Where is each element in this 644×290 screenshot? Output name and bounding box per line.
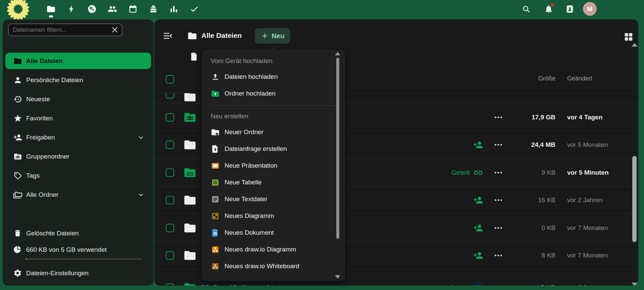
row-checkbox[interactable] xyxy=(166,251,174,260)
user-avatar[interactable]: M xyxy=(583,2,597,16)
menu-section-label: Vom Gerät hochladen xyxy=(202,54,345,68)
folder-multiple-icon xyxy=(13,190,22,199)
nextcloud-app: M Alle DateienPersönliche DateienNeueste… xyxy=(0,0,644,290)
file-size: 16 KB xyxy=(493,196,555,204)
menu-item-folder-upload[interactable]: Ordner hochladen xyxy=(202,85,345,102)
sidebar-item-geloeschte-dateien[interactable]: Gelöschte Dateien xyxy=(3,224,154,243)
sidebar-item-freigaben[interactable]: Freigaben xyxy=(3,128,154,147)
sidebar-item-gruppenordner[interactable]: Gruppenordner xyxy=(3,147,154,166)
app-activity-icon[interactable] xyxy=(67,4,76,14)
share-indicator[interactable]: GeteiltNC xyxy=(449,282,483,286)
sidebar-item-alle-dateien[interactable]: Alle Dateien xyxy=(5,53,151,69)
share-person-icon[interactable] xyxy=(473,195,483,205)
file-size: 9 KB xyxy=(493,169,555,176)
app-passwords-icon[interactable] xyxy=(87,4,97,14)
chart-pie-icon xyxy=(13,245,22,254)
star-icon xyxy=(13,114,22,123)
menu-item-text-file[interactable]: Neue Textdatei xyxy=(202,191,345,208)
scrollbar-thumb[interactable] xyxy=(632,156,637,242)
menu-item-upload[interactable]: Dateien hochladen xyxy=(202,68,345,85)
file-modified: vor 2 Jahren xyxy=(567,196,638,204)
row-checkbox[interactable] xyxy=(166,93,174,99)
menu-item-label: Dateianfrage erstellen xyxy=(225,145,287,153)
sunflower-logo[interactable] xyxy=(7,0,30,20)
sidebar-item-label: Persönliche Dateien xyxy=(26,76,83,84)
row-checkbox[interactable] xyxy=(166,168,174,177)
sharee-avatar[interactable]: NC xyxy=(471,282,483,286)
chevron-down-icon[interactable] xyxy=(137,191,145,199)
app-calendar-icon[interactable] xyxy=(128,4,138,14)
menu-item-document[interactable]: Neues Dokument xyxy=(202,224,345,241)
folder-icon xyxy=(183,249,197,262)
app-contacts-icon[interactable] xyxy=(108,4,117,14)
row-checkbox[interactable] xyxy=(166,113,174,121)
menu-item-diagram[interactable]: Neues Diagramm xyxy=(202,208,345,224)
diagram-icon xyxy=(211,212,220,221)
top-bar: M xyxy=(0,0,644,18)
presentation-icon xyxy=(211,161,220,170)
file-size: 17,9 GB xyxy=(493,114,555,121)
folder-plus-icon xyxy=(211,128,220,137)
app-tasks-icon[interactable] xyxy=(190,4,199,14)
clear-filter-icon[interactable] xyxy=(110,25,119,34)
app-deck-icon[interactable] xyxy=(149,4,158,14)
menu-item-label: Neues Diagramm xyxy=(225,212,274,220)
file-modified: vor 5 Minuten xyxy=(567,169,638,176)
menu-item-drawio[interactable]: Neues draw.io Diagramm xyxy=(202,241,345,258)
filename-filter-input[interactable] xyxy=(9,26,110,34)
menu-item-label: Neue Textdatei xyxy=(225,195,267,203)
share-indicator[interactable]: Geteilt xyxy=(451,168,483,178)
sidebar-item-label: Tags xyxy=(26,172,40,179)
chevron-down-icon[interactable] xyxy=(137,133,145,141)
drawio-icon xyxy=(211,245,220,254)
row-checkbox[interactable] xyxy=(166,224,174,232)
sidebar-item-dateien-einstellungen[interactable]: Dateien-Einstellungen xyxy=(3,264,154,283)
row-checkbox[interactable] xyxy=(166,141,174,149)
sidebar-item-label: Alle Ordner xyxy=(26,191,58,198)
notifications-bell-icon[interactable] xyxy=(544,4,553,14)
history-icon xyxy=(13,95,22,104)
sidebar-item-tags[interactable]: Tags xyxy=(3,166,154,185)
app-analytics-icon[interactable] xyxy=(169,4,179,14)
search-icon[interactable] xyxy=(522,4,531,14)
menu-item-presentation[interactable]: Neue Präsentation xyxy=(202,157,345,174)
menu-item-file-upload[interactable]: Dateianfrage erstellen xyxy=(202,140,345,157)
share-indicator[interactable] xyxy=(473,223,483,233)
file-name[interactable]: RP_Frage05_ChristianGünther xyxy=(201,284,289,286)
sidebar-item-alle-ordner[interactable]: Alle Ordner xyxy=(3,185,154,204)
app-files-icon[interactable] xyxy=(46,4,56,14)
sidebar-item-neueste[interactable]: Neueste xyxy=(3,90,154,109)
menu-item-drawio-whiteboard[interactable]: Neues draw.io Whiteboard xyxy=(202,258,345,275)
notification-dot xyxy=(551,3,554,7)
menu-scroll-down-icon[interactable] xyxy=(335,275,340,279)
folder-icon xyxy=(183,138,197,152)
filename-filter xyxy=(8,23,122,36)
menu-scrollbar-thumb[interactable] xyxy=(336,58,339,239)
menu-item-table[interactable]: Neue Tabelle xyxy=(202,174,345,191)
share-person-icon[interactable] xyxy=(473,140,483,150)
row-checkbox[interactable] xyxy=(166,196,174,205)
share-person-icon[interactable] xyxy=(473,223,483,233)
menu-item-folder-plus[interactable]: Neuer Ordner xyxy=(202,124,345,140)
file-size: 24,4 MB xyxy=(493,141,555,149)
sidebar-item-label: Alle Dateien xyxy=(26,57,63,65)
drawio-whiteboard-icon xyxy=(211,262,220,271)
folder-shared-icon xyxy=(183,281,197,286)
sidebar-item-pers-nliche-dateien[interactable]: Persönliche Dateien xyxy=(3,70,154,90)
row-checkbox[interactable] xyxy=(166,284,174,286)
sidebar-item-favoriten[interactable]: Favoriten xyxy=(3,109,154,128)
sidebar-item-label: Freigaben xyxy=(26,134,55,141)
scroll-down-icon[interactable] xyxy=(632,283,638,286)
share-indicator[interactable] xyxy=(473,140,483,150)
share-person-icon[interactable] xyxy=(473,250,483,260)
contacts-menu-icon[interactable] xyxy=(565,4,575,14)
share-indicator[interactable] xyxy=(473,250,483,260)
file-modified: vor 3 Jahren xyxy=(567,284,638,286)
menu-scroll-up-icon[interactable] xyxy=(335,52,340,55)
scroll-up-icon[interactable] xyxy=(632,43,638,47)
share-indicator[interactable] xyxy=(473,195,483,205)
share-link-icon[interactable] xyxy=(473,168,483,178)
file-modified: vor 7 Monaten xyxy=(567,224,638,232)
account-plus-icon xyxy=(13,133,22,142)
file-modified: vor 4 Tagen xyxy=(567,114,638,121)
